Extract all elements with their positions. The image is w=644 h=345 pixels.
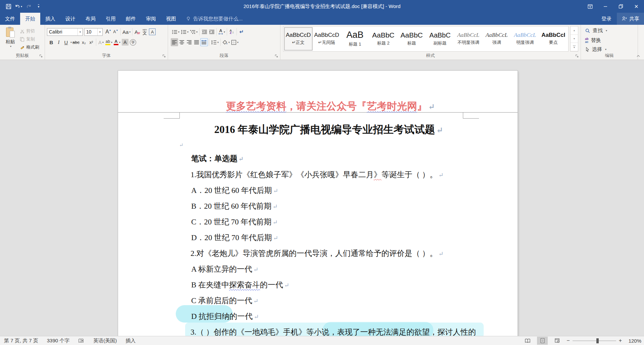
format-painter-button[interactable]: 格式刷 bbox=[20, 44, 39, 50]
page[interactable]: 更多艺考资料，请关注公众号『艺考时光网』↵ 2016 年泰山学院广播电视编导专业… bbox=[118, 71, 518, 336]
word-count-status[interactable]: 3390 个字 bbox=[47, 338, 70, 344]
replace-button[interactable]: abac 替换 bbox=[585, 37, 601, 44]
asian-layout-button[interactable]: A ▾ bbox=[218, 28, 226, 36]
cut-button[interactable]: 剪切 bbox=[20, 28, 35, 34]
style-intense-emphasis[interactable]: AaBbCcL 明显强调 bbox=[511, 27, 539, 51]
zoom-in-button[interactable]: + bbox=[619, 338, 622, 344]
bold-button[interactable]: B bbox=[48, 38, 55, 46]
sort-button[interactable]: AZ ↓ bbox=[228, 28, 235, 36]
chevron-down-icon[interactable]: ▾ bbox=[97, 28, 102, 36]
superscript-button[interactable]: x² bbox=[88, 38, 95, 46]
clear-formatting-button[interactable]: A bbox=[133, 28, 141, 36]
sign-in-button[interactable]: 登录 bbox=[596, 13, 617, 25]
close-button[interactable]: × bbox=[629, 0, 644, 13]
phonetic-guide-button[interactable]: wén文 bbox=[141, 28, 148, 36]
save-button[interactable] bbox=[3, 0, 13, 13]
tab-references[interactable]: 引用 bbox=[101, 13, 121, 25]
style-heading-2[interactable]: AaBbC 标题 2 bbox=[369, 27, 398, 51]
strikethrough-button[interactable]: abc bbox=[72, 38, 80, 46]
zoom-slider-thumb[interactable] bbox=[596, 338, 599, 343]
font-color-button[interactable]: A ▾ bbox=[113, 38, 121, 46]
document-area[interactable]: 更多艺考资料，请关注公众号『艺考时光网』↵ 2016 年泰山学院广播电视编导专业… bbox=[0, 60, 644, 336]
character-border-button[interactable]: A bbox=[148, 28, 156, 36]
print-layout-button[interactable] bbox=[537, 337, 548, 345]
zoom-level[interactable]: 120% bbox=[626, 338, 641, 344]
align-right-button[interactable] bbox=[185, 38, 193, 46]
text-effects-button[interactable]: A ▾ bbox=[97, 38, 105, 46]
minimize-button[interactable] bbox=[598, 0, 613, 13]
style-title[interactable]: AaBbC 标题 bbox=[397, 27, 426, 51]
zoom-slider[interactable] bbox=[573, 338, 616, 343]
tab-review[interactable]: 审阅 bbox=[141, 13, 161, 25]
highlight-button[interactable]: ab ▾ bbox=[105, 38, 113, 46]
proofing-status-button[interactable] bbox=[78, 338, 85, 343]
style-heading-1[interactable]: AaB 标题 1 bbox=[341, 27, 369, 51]
ribbon-display-options-button[interactable] bbox=[582, 0, 598, 13]
clipboard-dialog-launcher[interactable] bbox=[39, 54, 43, 58]
decrease-indent-button[interactable] bbox=[201, 28, 208, 36]
align-left-button[interactable] bbox=[171, 38, 178, 46]
tell-me-box[interactable]: 告诉我您想要做什么... bbox=[186, 13, 243, 25]
zoom-out-button[interactable]: − bbox=[567, 338, 570, 344]
underline-button[interactable]: U bbox=[62, 38, 70, 46]
language-status[interactable]: 英语(美国) bbox=[93, 338, 117, 344]
font-dialog-launcher[interactable] bbox=[162, 54, 166, 58]
subscript-button[interactable]: x₂ bbox=[80, 38, 88, 46]
styles-dialog-launcher[interactable] bbox=[575, 54, 579, 58]
tab-file[interactable]: 文件 bbox=[0, 13, 20, 25]
tab-insert[interactable]: 插入 bbox=[40, 13, 60, 25]
paragraph-dialog-launcher[interactable] bbox=[274, 54, 279, 58]
show-formatting-marks-button[interactable]: ↵ bbox=[238, 28, 245, 36]
shading-button[interactable]: ▾ bbox=[222, 38, 230, 46]
styles-gallery-more-button[interactable]: ▼ bbox=[571, 43, 578, 51]
find-button[interactable]: 查找 ▾ bbox=[585, 27, 607, 34]
share-button[interactable]: 共享 bbox=[617, 13, 644, 25]
multilevel-list-button[interactable]: ▾ bbox=[189, 28, 198, 36]
style-subtitle[interactable]: AaBbC 副标题 bbox=[426, 27, 454, 51]
read-mode-button[interactable] bbox=[522, 337, 533, 345]
tab-view[interactable]: 视图 bbox=[161, 13, 181, 25]
insert-mode-status[interactable]: 插入 bbox=[125, 338, 136, 344]
shrink-font-button[interactable]: A▼ bbox=[112, 28, 119, 36]
customize-qat-button[interactable]: ▾ bbox=[34, 0, 44, 13]
tab-design[interactable]: 设计 bbox=[60, 13, 80, 25]
undo-button[interactable]: ▾ bbox=[13, 0, 23, 13]
styles-scroll-down-button[interactable]: ▼ bbox=[571, 35, 578, 43]
enclose-characters-button[interactable]: 字 bbox=[129, 38, 137, 46]
chevron-down-icon[interactable]: ▾ bbox=[77, 28, 83, 36]
collapse-ribbon-button[interactable] bbox=[636, 54, 641, 58]
style-subtle-emphasis[interactable]: AaBbCcL 不明显强调 bbox=[454, 27, 483, 51]
copy-button[interactable]: 复制 bbox=[20, 36, 35, 42]
style-no-spacing[interactable]: AaBbCcD ↵无间隔 bbox=[313, 27, 341, 51]
undo-dropdown-chevron[interactable]: ▾ bbox=[21, 5, 22, 8]
paste-button[interactable]: 粘贴 ▾ bbox=[1, 27, 19, 56]
italic-button[interactable]: I bbox=[55, 38, 62, 46]
style-emphasis[interactable]: AaBbCcL 强调 bbox=[483, 27, 511, 51]
tab-layout[interactable]: 布局 bbox=[80, 13, 101, 25]
page-number-status[interactable]: 第 7 页, 共 7 页 bbox=[4, 338, 38, 344]
copy-icon bbox=[20, 37, 24, 42]
increase-indent-button[interactable] bbox=[208, 28, 215, 36]
font-size-combo[interactable]: 10 ▾ bbox=[84, 28, 103, 36]
change-case-button[interactable]: Aa ▾ bbox=[122, 28, 131, 36]
redo-button[interactable] bbox=[23, 0, 34, 13]
restore-button[interactable] bbox=[613, 0, 629, 13]
borders-button[interactable]: ▾ bbox=[230, 38, 239, 46]
style-strong[interactable]: AaBbCcI 要点 bbox=[539, 27, 568, 51]
distribute-text-button[interactable] bbox=[200, 38, 208, 46]
web-layout-button[interactable] bbox=[552, 337, 562, 345]
font-family-combo[interactable]: Calibri ▾ bbox=[47, 28, 83, 36]
tab-mailings[interactable]: 邮件 bbox=[121, 13, 141, 25]
option-line: C．20 世纪 70 年代前期↵ bbox=[191, 217, 278, 227]
style-normal[interactable]: AaBbCcD ↵正文 bbox=[284, 27, 313, 51]
tab-home[interactable]: 开始 bbox=[20, 13, 40, 25]
align-center-button[interactable] bbox=[178, 38, 185, 46]
numbering-button[interactable]: ▾ bbox=[180, 28, 189, 36]
character-shading-button[interactable]: A bbox=[121, 38, 129, 46]
bullets-button[interactable]: ▾ bbox=[171, 28, 180, 36]
grow-font-button[interactable]: A▲ bbox=[105, 28, 112, 36]
styles-scroll-up-button[interactable]: ▲ bbox=[571, 26, 578, 35]
justify-button[interactable] bbox=[193, 38, 200, 46]
line-spacing-button[interactable]: ▾ bbox=[210, 38, 219, 46]
select-button[interactable]: 选择 ▾ bbox=[585, 46, 606, 53]
